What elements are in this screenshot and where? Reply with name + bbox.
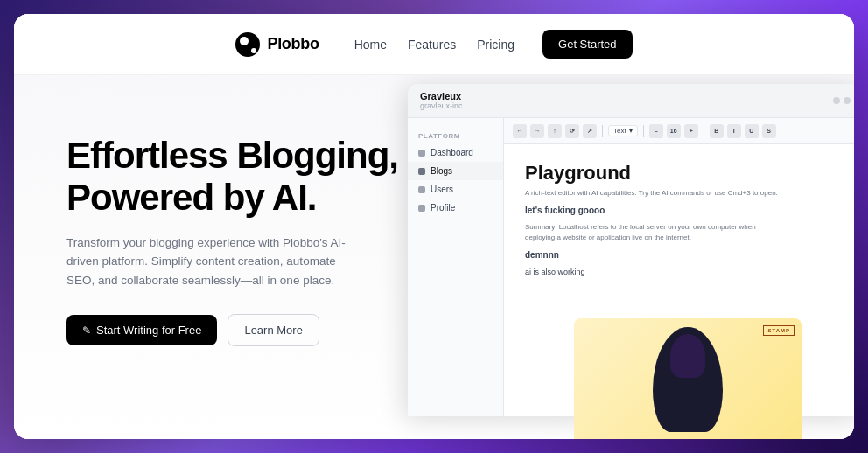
main-card: Plobbo Home Features Pricing Get Started…: [14, 14, 854, 439]
nav-home[interactable]: Home: [354, 38, 387, 52]
sidebar-item-dot-blogs: [418, 168, 425, 175]
editor-title: Playground: [525, 162, 842, 185]
nav-links: Home Features Pricing: [354, 38, 514, 52]
hero-title: Effortless Blogging, Powered by AI.: [66, 135, 416, 220]
stamp-text: STAMP: [767, 328, 790, 333]
stamp-box: STAMP: [763, 325, 794, 336]
logo[interactable]: Plobbo: [235, 32, 318, 57]
logo-text: Plobbo: [267, 35, 318, 53]
editor-line-1[interactable]: let's fucking goooo: [525, 204, 842, 217]
toolbar-sep-1: [602, 125, 603, 137]
toolbar-undo[interactable]: ←: [513, 124, 527, 138]
start-writing-label: Start Writing for Free: [96, 324, 201, 337]
sidebar-item-profile[interactable]: Profile: [408, 199, 503, 217]
titlebar-icons: [833, 97, 850, 104]
toolbar-sep-2: [643, 125, 644, 137]
app-sidebar: Platform Dashboard Blogs Users: [408, 118, 504, 416]
hero-left: Effortless Blogging, Powered by AI. Tran…: [66, 117, 416, 346]
sidebar-item-blogs[interactable]: Blogs: [408, 162, 503, 180]
titlebar-icon-2: [844, 97, 850, 104]
editor-subtitle: A rich-text editor with AI capabilities.…: [525, 188, 788, 199]
start-writing-button[interactable]: Start Writing for Free: [66, 315, 217, 345]
nav-features[interactable]: Features: [408, 38, 456, 52]
sidebar-item-dashboard-label: Dashboard: [430, 148, 473, 157]
editor-line-2[interactable]: Summary: Localhost refers to the local s…: [525, 222, 788, 243]
sidebar-item-dot-profile: [418, 205, 425, 212]
toolbar-link[interactable]: ↗: [583, 124, 597, 138]
toolbar-sep-3: [704, 125, 704, 137]
pen-icon: [82, 324, 91, 337]
toolbar-strikethrough[interactable]: S: [762, 124, 776, 138]
sidebar-item-dashboard[interactable]: Dashboard: [408, 143, 503, 162]
hero-buttons: Start Writing for Free Learn More: [66, 314, 416, 346]
hero-subtitle: Transform your blogging experience with …: [66, 233, 346, 290]
bottom-illustration-panel: STAMP: [574, 318, 802, 439]
sidebar-item-profile-label: Profile: [430, 203, 455, 213]
sidebar-item-dot-users: [418, 186, 425, 193]
toolbar-underline[interactable]: U: [745, 124, 759, 138]
toolbar-italic[interactable]: I: [727, 124, 741, 138]
navbar: Plobbo Home Features Pricing Get Started: [14, 14, 854, 75]
hero-title-line2: Powered by AI.: [66, 177, 317, 218]
toolbar-refresh[interactable]: ⟳: [565, 124, 579, 138]
figure-face: [670, 334, 705, 378]
app-titlebar: Gravleux gravleux-inc.: [408, 84, 854, 118]
toolbar-font-size[interactable]: 16: [667, 124, 681, 138]
editor-line-3[interactable]: demnnn: [525, 248, 842, 261]
toolbar-up[interactable]: ↑: [548, 124, 562, 138]
illustration-bg: STAMP: [574, 318, 802, 439]
toolbar-text-label: Text: [613, 127, 626, 135]
sidebar-item-users-label: Users: [430, 185, 453, 194]
figure-silhouette: [653, 327, 723, 432]
nav-pricing[interactable]: Pricing: [477, 38, 514, 52]
app-window-subtitle: gravleux-inc.: [420, 101, 465, 110]
app-toolbar: ← → ↑ ⟳ ↗ Text ▾ – 16: [504, 118, 854, 144]
sidebar-section-label: Platform: [408, 127, 503, 143]
get-started-button[interactable]: Get Started: [542, 30, 632, 59]
toolbar-redo[interactable]: →: [530, 124, 544, 138]
sidebar-item-blogs-label: Blogs: [430, 166, 452, 176]
toolbar-minus[interactable]: –: [649, 124, 663, 138]
titlebar-icon-1: [833, 97, 840, 104]
navbar-inner: Plobbo Home Features Pricing Get Started: [235, 30, 632, 59]
app-window-title: Gravleux: [420, 91, 465, 101]
sidebar-item-dot: [418, 150, 425, 157]
toolbar-text-style[interactable]: Text ▾: [608, 125, 638, 136]
toolbar-bold[interactable]: B: [710, 124, 724, 138]
hero-title-line1: Effortless Blogging,: [66, 135, 398, 176]
toolbar-plus[interactable]: +: [684, 124, 698, 138]
hero-section: Effortless Blogging, Powered by AI. Tran…: [14, 75, 854, 439]
learn-more-button[interactable]: Learn More: [228, 314, 318, 346]
logo-icon: [235, 32, 260, 57]
sidebar-item-users[interactable]: Users: [408, 180, 503, 199]
app-title-info: Gravleux gravleux-inc.: [420, 91, 465, 110]
chevron-down-icon: ▾: [629, 127, 633, 135]
editor-line-4[interactable]: ai is also working: [525, 267, 842, 279]
